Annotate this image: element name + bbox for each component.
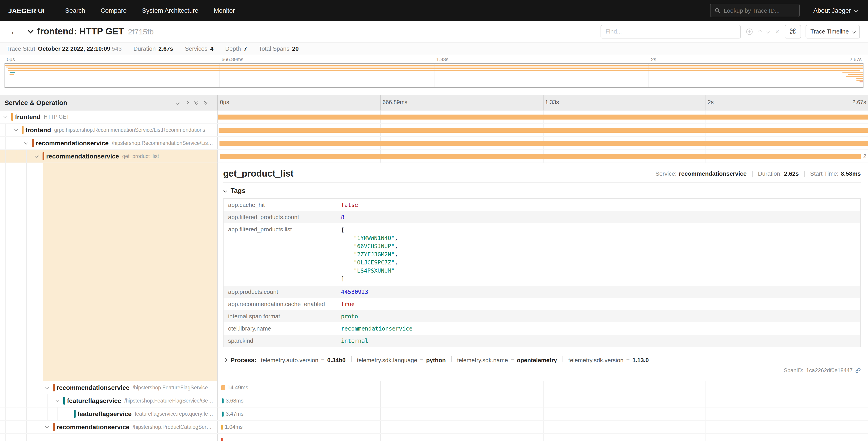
trace-minimap: 0μs666.89ms1.33s2s2.67s [4,56,864,88]
span-row[interactable]: recommendationservice/hipstershop.Featur… [0,381,868,394]
minimap-canvas[interactable] [4,63,864,88]
span-name[interactable]: recommendationservice/hipstershop.Produc… [57,421,215,433]
span-row[interactable]: recommendationserviceget_product_list2.6… [0,150,868,163]
timeline-gridline [706,408,706,420]
prev-result-icon[interactable] [758,30,761,33]
trace-lookup-input[interactable] [724,7,795,14]
span-bar[interactable] [220,154,861,159]
indent-guide [16,137,16,149]
minimap-span-mark [5,65,863,66]
span-row[interactable]: frontendgrpc.hipstershop.RecommendationS… [0,124,868,137]
span-timeline-cell[interactable] [218,137,868,149]
span-timeline-cell[interactable]: 3.47ms [218,408,868,420]
span-timeline-cell[interactable]: 14.49ms [218,381,868,394]
span-name[interactable]: recommendationservice/hipstershop.Recomm… [36,137,215,149]
span-bar[interactable] [221,385,225,390]
tags-section-toggle[interactable]: Tags [224,186,861,195]
timeline-gridline [543,434,543,441]
chevron-down-icon[interactable] [176,101,179,104]
span-row[interactable]: recommendationservice/hipstershop.Produc… [0,421,868,434]
span-name-cell[interactable]: recommendationservice/hipstershop.Produc… [0,421,218,433]
span-timeline-cell[interactable]: 2.62s [218,150,868,163]
span-row[interactable]: frontendHTTP GET [0,111,868,124]
indent-guide [16,421,16,433]
duration-meta: Duration:2.62s [758,170,799,177]
minimap-span-mark [846,76,863,77]
double-chevron-down-icon[interactable] [195,101,197,104]
span-bar[interactable] [219,128,868,133]
tag-value: proto [337,310,861,322]
span-name[interactable]: featureflagservice/hipstershop.FeatureFl… [67,394,215,407]
next-result-icon[interactable] [767,30,769,33]
span-bar[interactable] [221,438,223,441]
span-row[interactable] [0,434,868,441]
span-name[interactable]: recommendationserviceget_product_list [46,150,215,163]
chevron-down-icon[interactable] [12,124,19,136]
nav-item-monitor[interactable]: Monitor [206,0,243,21]
trace-id-badge: 2f715fb [128,28,154,36]
keyboard-shortcuts-button[interactable]: ⌘ [784,25,801,38]
chevron-down-icon[interactable] [43,381,50,394]
span-name[interactable]: frontendHTTP GET [15,111,215,123]
trace-lookup-box[interactable] [710,4,800,17]
nav-item-compare[interactable]: Compare [93,0,134,21]
span-timeline-cell[interactable] [218,434,868,441]
timeline-gridline [706,434,706,441]
trace-depth: Depth7 [225,45,247,52]
chevron-down-icon[interactable] [23,137,29,149]
process-section-toggle[interactable]: Process: telemetry.auto.version=0.34b0te… [223,352,861,363]
span-name-cell[interactable] [0,434,218,441]
span-row[interactable]: recommendationservice/hipstershop.Recomm… [0,137,868,150]
span-name[interactable]: recommendationservice/hipstershop.Featur… [57,381,215,394]
span-name-cell[interactable]: recommendationservice/hipstershop.Recomm… [0,137,218,149]
find-input[interactable] [600,25,741,38]
span-name-cell[interactable]: recommendationservice/hipstershop.Featur… [0,381,218,394]
span-name-cell[interactable]: featureflagservicefeatureflagservice.rep… [0,408,218,420]
tag-key: app.recommendation.cache_enabled [223,298,337,310]
span-name-cell[interactable]: recommendationserviceget_product_list [0,150,218,163]
about-jaeger-menu[interactable]: About Jaeger [813,7,857,14]
tag-value: 8 [337,211,861,223]
span-bar[interactable] [218,115,868,120]
span-bar[interactable] [221,399,223,404]
chevron-down-icon[interactable] [2,111,9,123]
double-chevron-right-icon[interactable] [204,101,206,104]
back-button[interactable]: ← [6,25,22,38]
span-row[interactable]: featureflagservicefeatureflagservice.rep… [0,408,868,421]
divider [804,171,805,177]
span-timeline-cell[interactable]: 3.68ms [218,394,868,407]
chevron-down-icon[interactable] [54,394,61,407]
span-name-cell[interactable]: frontendgrpc.hipstershop.RecommendationS… [0,124,218,136]
zoom-reset-icon[interactable]: + [746,28,753,35]
trace-view-dropdown[interactable]: Trace Timeline [805,25,860,38]
chevron-down-icon[interactable] [33,150,40,163]
service-name: featureflagservice [78,410,132,417]
copy-link-icon[interactable] [855,368,861,373]
chevron-down-icon[interactable] [43,421,50,433]
span-name[interactable]: featureflagservicefeatureflagservice.rep… [78,408,215,420]
minimap-span-mark [860,82,863,82]
collapse-trace-header-icon[interactable] [29,30,33,33]
span-row[interactable]: featureflagservice/hipstershop.FeatureFl… [0,394,868,408]
column-resizer[interactable] [217,95,219,441]
divider [752,171,753,177]
span-name-cell[interactable]: featureflagservice/hipstershop.FeatureFl… [0,394,218,407]
span-name-cell[interactable]: frontendHTTP GET [0,111,218,123]
span-timeline-cell[interactable] [218,111,868,123]
span-timeline-cell[interactable] [218,124,868,136]
minimap-span-mark [6,66,863,67]
span-bar[interactable] [222,412,223,416]
nav-item-search[interactable]: Search [58,0,93,21]
clear-search-icon[interactable]: × [775,28,779,35]
timeline-gridline [543,381,543,394]
chevron-right-icon[interactable] [186,101,188,104]
span-timeline-cell[interactable]: 1.04ms [218,421,868,433]
nav-item-system-architecture[interactable]: System Architecture [134,0,206,21]
span-name[interactable]: frontendgrpc.hipstershop.RecommendationS… [25,124,215,136]
span-bar[interactable] [220,141,868,146]
span-bar[interactable] [221,425,223,430]
tag-value: 44530923 [337,286,861,298]
tag-key: otel.library.name [223,322,337,334]
brand-logo[interactable]: JAEGER UI [8,6,45,14]
tag-row: span.kindinternal [223,334,861,347]
